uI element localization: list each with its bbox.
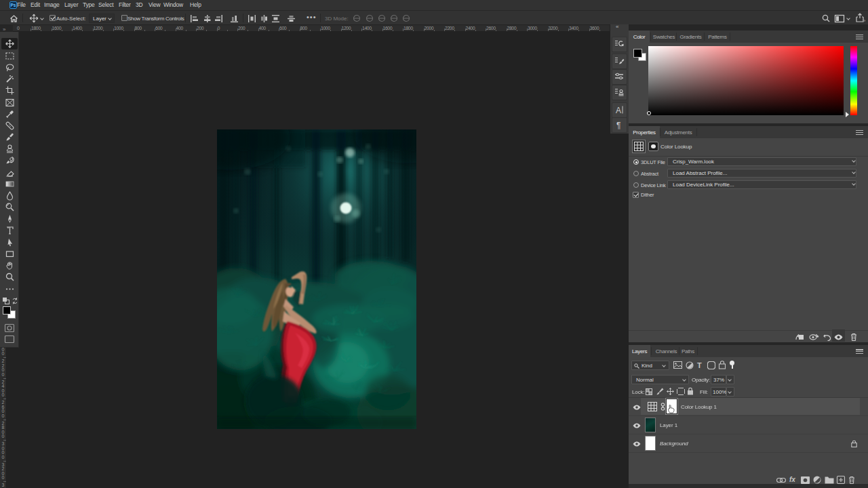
svg-text:A: A — [616, 106, 621, 115]
svg-text:¶: ¶ — [616, 121, 620, 130]
